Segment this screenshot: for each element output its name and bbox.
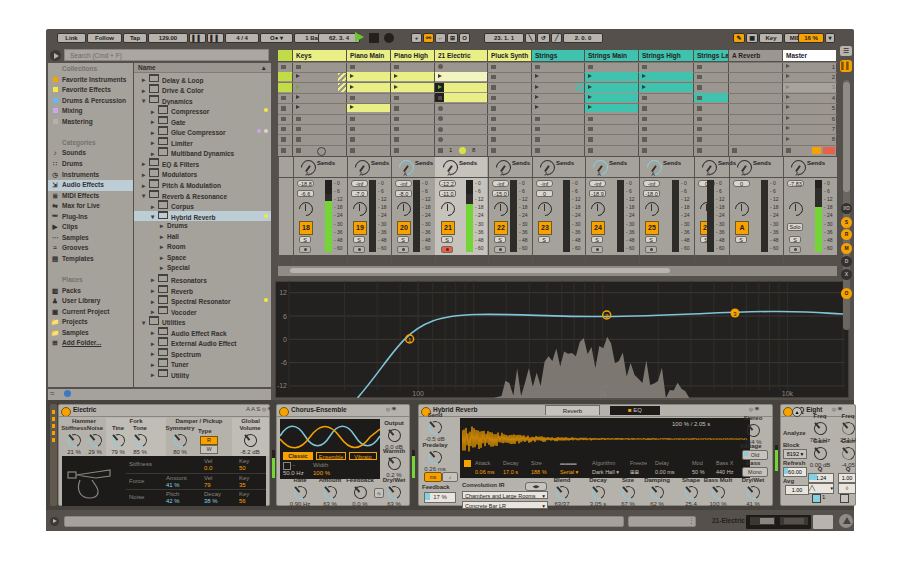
svg-text:100: 100 [412, 390, 424, 397]
svg-text:0: 0 [283, 336, 287, 343]
svg-text:12: 12 [279, 289, 287, 296]
svg-text:10k: 10k [782, 390, 794, 397]
svg-text:6: 6 [283, 313, 287, 320]
svg-text:-12: -12 [277, 382, 287, 389]
svg-text:-6: -6 [281, 359, 287, 366]
